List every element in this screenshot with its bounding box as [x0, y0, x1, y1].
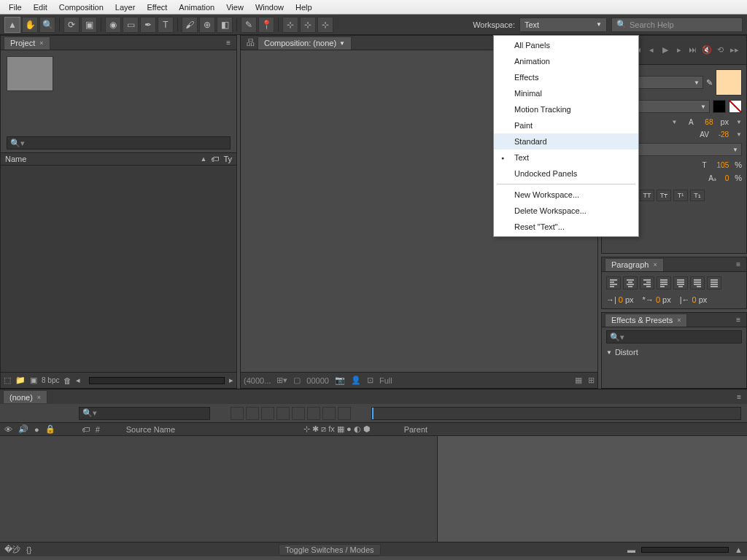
- time-ruler[interactable]: [371, 407, 741, 420]
- ws-item-effects[interactable]: Effects: [494, 69, 638, 85]
- bpc-button[interactable]: 8 bpc: [42, 376, 59, 384]
- resolution-dropdown[interactable]: Full: [379, 376, 392, 385]
- comp-mini-flowchart-icon[interactable]: [231, 407, 244, 420]
- world-axis-tool[interactable]: ⊹: [300, 17, 316, 33]
- justify-all-button[interactable]: [707, 276, 721, 289]
- effects-search-input[interactable]: 🔍▾: [606, 330, 742, 343]
- next-frame-icon[interactable]: ▸: [673, 44, 685, 56]
- label-column-icon[interactable]: 🏷: [82, 425, 90, 434]
- chevron-down-icon[interactable]: ▼: [339, 40, 345, 47]
- subscript-button[interactable]: T₁: [690, 190, 705, 201]
- view-axis-tool[interactable]: ⊹: [317, 17, 333, 33]
- project-tab[interactable]: Project ×: [4, 36, 50, 50]
- composition-tab[interactable]: Composition: (none) ▼: [258, 36, 352, 50]
- ws-item-standard[interactable]: Standard: [494, 133, 638, 149]
- brush-tool[interactable]: 🖌: [182, 17, 198, 33]
- mask-toggle-icon[interactable]: ▢: [293, 376, 301, 385]
- sort-icon[interactable]: ▲: [200, 155, 206, 163]
- loop-icon[interactable]: ⟲: [715, 44, 727, 56]
- project-item-list[interactable]: [1, 166, 236, 372]
- show-channel-icon[interactable]: 👤: [351, 376, 361, 385]
- no-stroke-swatch[interactable]: [729, 100, 742, 113]
- chevron-down-icon[interactable]: ▼: [671, 119, 677, 125]
- frame-blend-icon[interactable]: [276, 407, 290, 420]
- help-search-input[interactable]: 🔍 Search Help: [611, 18, 743, 32]
- vscale-value[interactable]: 0: [725, 174, 729, 182]
- panel-flyout-icon[interactable]: ≡: [223, 39, 233, 47]
- zoom-tool[interactable]: 🔍: [39, 17, 55, 33]
- ws-item-animation[interactable]: Animation: [494, 53, 638, 69]
- mask-tool[interactable]: ▭: [123, 17, 139, 33]
- rotation-tool[interactable]: ⟳: [63, 17, 80, 33]
- panel-flyout-icon[interactable]: ≡: [733, 316, 743, 324]
- close-icon[interactable]: ×: [677, 316, 681, 324]
- text-tool[interactable]: T: [158, 17, 174, 33]
- menu-window[interactable]: Window: [249, 1, 290, 13]
- ws-delete-workspace[interactable]: Delete Workspace...: [494, 203, 638, 219]
- toggle-pane-icon[interactable]: {}: [26, 545, 31, 554]
- source-name-column[interactable]: Source Name: [126, 425, 175, 434]
- puppet-tool[interactable]: 📍: [258, 17, 274, 33]
- effects-presets-tab[interactable]: Effects & Presets ×: [605, 314, 687, 327]
- zoom-in-icon[interactable]: ▲: [735, 545, 743, 554]
- ws-new-workspace[interactable]: New Workspace...: [494, 187, 638, 203]
- align-left-button[interactable]: [606, 276, 621, 289]
- camera-tool[interactable]: ▣: [81, 17, 97, 33]
- menu-help[interactable]: Help: [290, 1, 318, 13]
- timeline-tab[interactable]: (none) ×: [3, 390, 47, 403]
- ws-reset[interactable]: Reset "Text"...: [494, 219, 638, 235]
- snapshot-icon[interactable]: 📷: [335, 376, 345, 385]
- label-column-icon[interactable]: 🏷: [211, 155, 219, 163]
- scroll-right-icon[interactable]: ▸: [229, 376, 233, 385]
- small-caps-button[interactable]: Tᴛ: [657, 190, 671, 201]
- eyedropper-icon[interactable]: ✎: [706, 78, 713, 88]
- timeline-layer-list[interactable]: [0, 436, 438, 542]
- auto-keyframe-icon[interactable]: [322, 407, 336, 420]
- panel-flyout-icon[interactable]: ≡: [733, 260, 743, 268]
- type-column[interactable]: Ty: [223, 155, 232, 163]
- stroke-color-swatch[interactable]: [713, 100, 726, 113]
- menu-edit[interactable]: Edit: [28, 1, 53, 13]
- align-right-button[interactable]: [640, 276, 654, 289]
- menu-animation[interactable]: Animation: [173, 1, 220, 13]
- graph-editor-icon[interactable]: [338, 407, 351, 420]
- menu-effect[interactable]: Effect: [141, 1, 173, 13]
- magnification-dropdown[interactable]: (4000...: [244, 376, 271, 385]
- new-comp-icon[interactable]: ▣: [30, 376, 37, 385]
- expand-icon[interactable]: �沙: [4, 544, 20, 555]
- menu-view[interactable]: View: [220, 1, 249, 13]
- close-icon[interactable]: ×: [653, 261, 657, 268]
- flowchart-icon[interactable]: 品: [244, 37, 258, 48]
- video-column-icon[interactable]: 👁: [4, 425, 12, 434]
- brainstorm-icon[interactable]: [307, 407, 320, 420]
- eraser-tool[interactable]: ◧: [217, 17, 233, 33]
- prev-frame-icon[interactable]: ◂: [646, 44, 657, 56]
- play-icon[interactable]: ▶: [659, 44, 671, 56]
- roi-icon[interactable]: ⊡: [367, 376, 374, 385]
- indent-right-value[interactable]: 0: [692, 295, 697, 304]
- chevron-down-icon[interactable]: ▼: [736, 119, 742, 125]
- solo-column-icon[interactable]: ●: [34, 425, 39, 434]
- align-center-button[interactable]: [623, 276, 638, 289]
- hscale-value[interactable]: 105: [717, 161, 729, 169]
- toggle-switches-modes-button[interactable]: Toggle Switches / Modes: [279, 544, 381, 556]
- ws-item-motion-tracking[interactable]: Motion Tracking: [494, 101, 638, 117]
- pan-behind-tool[interactable]: ◉: [105, 17, 121, 33]
- parent-column[interactable]: Parent: [404, 425, 427, 434]
- motion-blur-icon[interactable]: [292, 407, 305, 420]
- grid-icon[interactable]: ⊞▾: [276, 376, 287, 385]
- audio-column-icon[interactable]: 🔊: [18, 424, 28, 434]
- pen-tool[interactable]: ✒: [140, 17, 156, 33]
- timeline-tracks-area[interactable]: [438, 436, 747, 542]
- font-size-value[interactable]: 68: [705, 118, 713, 126]
- tracking-value[interactable]: -28: [719, 131, 729, 139]
- justify-right-button[interactable]: [690, 276, 705, 289]
- ws-item-all-panels[interactable]: All Panels: [494, 37, 638, 53]
- timeline-search-input[interactable]: 🔍▾: [79, 407, 210, 420]
- delete-icon[interactable]: 🗑: [63, 376, 71, 385]
- mute-icon[interactable]: 🔇: [701, 44, 713, 56]
- menu-file[interactable]: File: [3, 1, 28, 13]
- ram-preview-icon[interactable]: ▸▸: [729, 44, 740, 56]
- menu-composition[interactable]: Composition: [53, 1, 109, 13]
- hide-shy-icon[interactable]: [261, 407, 274, 420]
